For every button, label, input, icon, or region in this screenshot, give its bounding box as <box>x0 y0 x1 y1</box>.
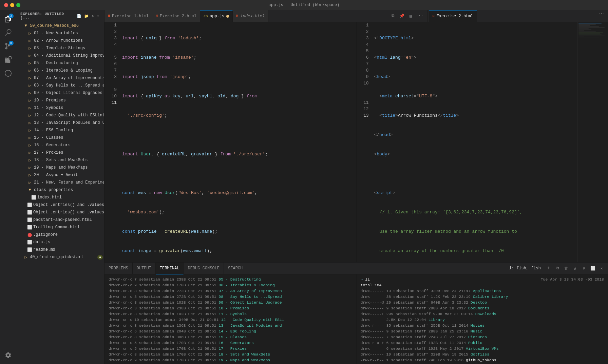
sidebar-item-class-properties[interactable]: ▼ class properties <box>16 186 104 194</box>
terminal-scroll-up-button[interactable]: ∧ <box>571 265 579 272</box>
terminal-left-pane[interactable]: drwxr-xr-x 7 sebastian admin 238B Oct 21… <box>104 274 357 364</box>
sidebar-item-padstart[interactable]: ⬜ padstart-and-padend.html <box>16 216 104 224</box>
sidebar-item-19[interactable]: ▷ 19 - Maps and WeakMaps <box>16 164 104 171</box>
code-content-right[interactable]: <!DOCTYPE html> <html lang="en"> <head> … <box>373 22 578 262</box>
sidebar-item-readme[interactable]: ⬜ readme.md <box>16 246 104 253</box>
sidebar-item-14[interactable]: ▷ 14 - ES6 Tooling <box>16 127 104 134</box>
sidebar-item-label: data.js <box>33 240 50 245</box>
sidebar-item-datajs[interactable]: ⬜ data.js <box>16 238 104 246</box>
terminal-trash-button[interactable]: 🗑 <box>563 265 570 272</box>
tab-search[interactable]: SEARCH <box>224 263 247 274</box>
sidebar-item-gitignore[interactable]: ⬤ .gitignore <box>16 231 104 238</box>
view-options-button[interactable]: ▤ <box>407 12 415 20</box>
sidebar-item-13[interactable]: ▷ 13 - JavaScript Modules and Using npm <box>16 119 104 127</box>
folder-closed-icon: ▷ <box>27 128 33 133</box>
explorer-icon[interactable]: 3 <box>2 13 14 25</box>
minimap-line <box>578 23 602 24</box>
settings-icon[interactable] <box>2 349 14 361</box>
split-editor-button[interactable]: ⧉ <box>390 12 397 20</box>
terminal-line: drwxr-xr-x 9 sebastian admin 170B Oct 21… <box>109 357 352 363</box>
search-icon[interactable] <box>2 26 14 39</box>
right-pane-more-button[interactable]: ··· <box>598 10 605 18</box>
folder-closed-icon: ▷ <box>27 38 33 43</box>
line-num: 13 <box>357 112 369 119</box>
remote-icon[interactable] <box>2 67 14 79</box>
line-num: 5 <box>357 48 369 54</box>
sidebar-item-07[interactable]: ▷ 07 - An Array of Improvements <box>16 74 104 82</box>
tab-debug-console[interactable]: DEBUG CONSOLE <box>184 263 224 274</box>
sidebar-item-label: 12 - Code Quality with ESLint <box>34 113 104 118</box>
sidebar-item-index-html[interactable]: ⬜ index.html <box>16 194 104 201</box>
code-line: const wes = new User('Wes Bos', 'wesbos@… <box>122 190 356 196</box>
terminal-right-pane[interactable]: ~ ll Tue Apr 3 23:34:03 -03 2018 total 1… <box>357 274 608 364</box>
terminal-split-button[interactable]: ⧉ <box>554 265 561 272</box>
sidebar-item-04[interactable]: ▷ 04 - Additional String Improvements <box>16 52 104 59</box>
sidebar-item-trailing[interactable]: ⬜ Trailing Comma.html <box>16 224 104 231</box>
sidebar-item-06[interactable]: ▷ 06 - Iterables & Looping <box>16 67 104 74</box>
sidebar-item-02[interactable]: ▷ 02 - Arrow functions <box>16 37 104 44</box>
new-folder-icon[interactable]: 📁 <box>83 13 90 19</box>
sidebar-item-15[interactable]: ▷ 15 - Classes <box>16 134 104 141</box>
sidebar-item-21[interactable]: ▷ 21 - New, Future and Experimental Lan.… <box>16 179 104 186</box>
sidebar-item-label: 10 - Promises <box>34 98 66 103</box>
right-editor-content[interactable]: 1 2 3 4 5 6 7 8 9 10 11 12 13 <box>357 22 608 262</box>
tab-exercise2-right[interactable]: H Exercise 2.html <box>429 10 477 22</box>
sidebar-item-01[interactable]: ▷ 01 - New Variables <box>16 30 104 37</box>
tab-output[interactable]: OUTPUT <box>133 263 156 274</box>
folder-closed-icon: ▷ <box>27 150 33 155</box>
sidebar-item-18[interactable]: ▷ 18 - Sets and WeakSets <box>16 156 104 164</box>
left-editor-content[interactable]: 1 2 3 4 5 6 7 8 9 10 11 <box>104 22 356 262</box>
sidebar-item-label: 08 - Say Hello to ...Spread and ...Rest <box>34 83 104 88</box>
tab-exercise1[interactable]: H Exercise 1.html <box>104 10 152 22</box>
code-content-left[interactable]: import { uniq } from 'lodash'; import in… <box>121 22 356 262</box>
code-line: </head> <box>374 132 578 138</box>
terminal-scroll-down-button[interactable]: ∨ <box>580 265 588 272</box>
sidebar-item-09[interactable]: ▷ 09 - Object Literal Upgrades <box>16 89 104 97</box>
terminal-add-button[interactable]: + <box>545 265 552 272</box>
line-num: 8 <box>104 74 117 80</box>
tab-exercise2[interactable]: H Exercise 2.html <box>152 10 200 22</box>
tab-icon-html: H <box>108 14 110 18</box>
sidebar-item-11[interactable]: ▷ 11 - Symbols <box>16 104 104 112</box>
refresh-icon[interactable]: ↻ <box>91 13 95 19</box>
sidebar-item-16[interactable]: ▷ 16 - Generators <box>16 141 104 149</box>
sidebar-item-12[interactable]: ▷ 12 - Code Quality with ESLint <box>16 112 104 119</box>
code-line: <script> <box>374 190 578 196</box>
pin-button[interactable]: 📌 <box>398 12 406 20</box>
tab-appjs[interactable]: JS app.js <box>200 10 233 22</box>
sidebar-item-40electron[interactable]: ▷ 40_electron_quickstart ● <box>16 253 104 261</box>
tab-terminal[interactable]: TERMINAL <box>156 263 184 274</box>
tab-problems[interactable]: PROBLEMS <box>104 263 133 274</box>
close-button[interactable] <box>4 3 8 7</box>
sidebar-item-17[interactable]: ▷ 17 - Proxies <box>16 149 104 156</box>
tab-indexhtml[interactable]: H index.html <box>233 10 268 22</box>
sidebar-item-object-entries-sta[interactable]: ⬜ Object .entries() and .values() - STA.… <box>16 209 104 216</box>
collapse-icon[interactable]: ⊟ <box>96 13 100 19</box>
activity-bar: 3 8 <box>0 10 16 364</box>
more-actions-button[interactable]: ··· <box>416 12 423 20</box>
git-changes-badge: ● <box>97 255 103 260</box>
source-control-badge: 8 <box>9 41 14 45</box>
sidebar-item-label: class properties <box>34 188 73 192</box>
minimize-button[interactable] <box>10 3 14 7</box>
sidebar-item-20[interactable]: ▷ 20 - Async + Await <box>16 171 104 179</box>
sidebar-item-50course[interactable]: ▼ 50_course_wesbos_es6 <box>16 22 104 30</box>
sidebar-item-05[interactable]: ▷ 05 - Destructuring <box>16 59 104 67</box>
terminal-line: drwx------ 10 sebastian staff 320B May 1… <box>361 351 604 357</box>
sidebar-item-08[interactable]: ▷ 08 - Say Hello to ...Spread and ...Res… <box>16 82 104 89</box>
line-num: 9 <box>357 74 369 80</box>
maximize-button[interactable] <box>16 3 20 7</box>
terminal-maximize-button[interactable]: ⬜ <box>589 265 596 272</box>
terminal-fish-selector[interactable]: 1: fish, fish <box>506 265 544 272</box>
terminal-line: drwxr-xr-x 8 sebastian admin 272B Oct 21… <box>109 288 352 294</box>
line-num: 10 <box>104 93 117 99</box>
sidebar-item-10[interactable]: ▷ 10 - Promises <box>16 97 104 104</box>
sidebar-item-03[interactable]: ▷ 03 - Template Strings <box>16 44 104 52</box>
terminal-line: drwx-----@ 20 sebastian staff 640B Apr 3… <box>361 300 604 305</box>
extensions-icon[interactable] <box>2 54 14 66</box>
new-file-icon[interactable]: 📄 <box>76 13 82 19</box>
source-control-icon[interactable]: 8 <box>2 40 14 52</box>
sidebar-item-object-entries[interactable]: ⬜ Object .entries() and .values().html <box>16 201 104 209</box>
folder-closed-icon: ▷ <box>27 105 33 111</box>
terminal-close-button[interactable]: ✕ <box>598 265 605 272</box>
